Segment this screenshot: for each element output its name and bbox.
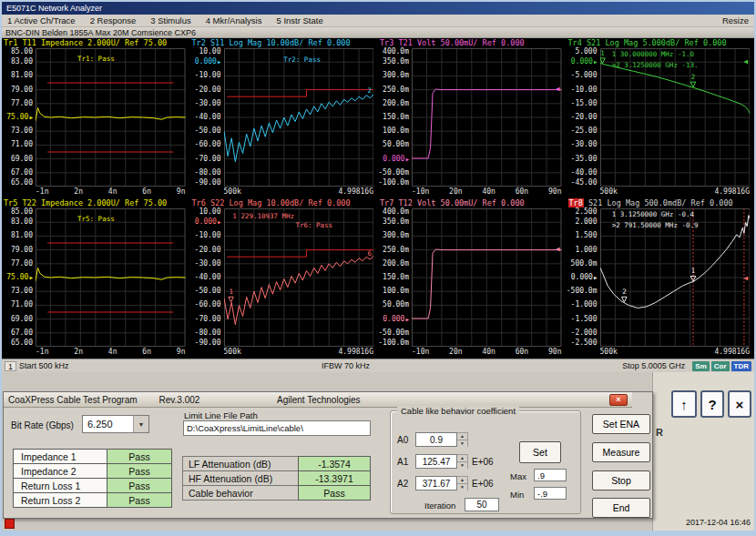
trace-plot [36,208,186,347]
y-axis-label: -100.0m [378,179,409,187]
help-button[interactable]: ? [700,390,724,418]
menu-item-active-ch-trace[interactable]: 1 Active Ch/Trace [7,15,76,25]
end-button[interactable]: End [592,498,650,518]
table-row: Impedance 2 Pass [13,463,172,479]
y-axis-label: -30.00 [195,260,221,268]
x-axis-label: 20n [449,187,462,197]
stop-frequency: Stop 5.0005 GHz [622,361,685,370]
spin-up-icon[interactable]: ▲ [457,477,467,484]
spin-down-icon[interactable]: ▼ [457,484,467,490]
y-axis-label: 79.00 [11,86,33,94]
macro-run-indicator[interactable] [5,519,15,529]
a1-spinner[interactable]: 125.47 ▲▼ [415,454,468,469]
y-axis-label: -500.0m [567,288,598,295]
a2-suffix: E+06 [472,479,494,489]
spin-down-icon[interactable]: ▼ [457,462,467,469]
channel-title: BNC-DIN Belden 1855A Max 20M Comsience C… [5,28,196,37]
dropdown-icon[interactable]: ▼ [133,416,148,432]
y-axis-label: -2.500 [571,339,598,347]
spin-up-icon[interactable]: ▲ [457,455,467,462]
x-axis-label: 4n [108,187,117,197]
e5071c-screen: E5071C Network Analyzer 1 Active Ch/Trac… [0,0,756,536]
iteration-input[interactable]: 50 [465,498,499,511]
x-axis-label: 2n [74,347,83,357]
y-axis-label: 65.00 [11,339,33,347]
x-axis-label: -1n [36,187,48,197]
y-axis-label: -60.00 [195,301,221,308]
set-ena-button[interactable]: Set ENA [592,414,650,434]
result-status-badge: Pass [107,463,172,479]
graph-panel-tr4[interactable]: Tr4 S21 Log Mag 5.000dB/ Ref 0.0005.0000… [567,38,755,198]
menu-item-response[interactable]: 2 Response [90,15,137,25]
dialog-close-button[interactable]: × [609,394,628,406]
plot-annotation: Tr1: Pass [77,56,115,63]
channel-number: 1 [5,361,16,371]
y-axis-labels: 400.0m350.0m300.0m250.0m200.0m150.0m100.… [378,48,412,187]
x-axis-label: 60n [516,187,528,197]
limit-path-input[interactable]: D:\CoaXpress\LimitLine\cable\ [183,420,371,436]
menu-item-resize[interactable]: Resize [722,15,749,25]
plot-area: 211 3.1250000 GHz -0.4>2 791.50000 MHz -… [600,208,751,347]
y-axis-label: -10.00 [195,232,221,239]
a1-value: 125.47 [415,454,457,469]
x-axis-label: 6n [142,187,151,197]
y-axis-label: -35.00 [571,156,598,163]
plot-body: 10.000.000▶-10.00-20.00-30.00-40.00-50.0… [190,48,379,187]
graph-panel-tr3[interactable]: Tr3 T21 Volt 50.00mU/ Ref 0.000400.0m350… [378,38,567,198]
dialog-brand: Agilent Technologies [277,395,361,405]
graph-panel-tr5[interactable]: Tr5 T22 Impedance 2.000U/ Ref 75.0085.00… [2,198,190,359]
x-axis-label: 4.99816G [714,347,750,357]
set-button[interactable]: Set [519,441,561,463]
y-axis-label: -100.0m [378,339,409,347]
measure-label: HF Attenuation (dB) [182,470,299,486]
dialog-titlebar[interactable]: CoaXPress Cable Test Program Rev.3.002 A… [4,392,632,408]
x-axis-label: 90n [548,187,561,197]
y-axis-label: 150.0m [383,274,409,281]
y-axis-label: 5.000 [575,48,597,56]
y-axis-labels: 10.000.000▶-10.00-20.00-30.00-40.00-50.0… [190,208,224,347]
spin-up-icon[interactable]: ▲ [457,433,467,440]
graph-panel-tr2[interactable]: Tr2 S11 Log Mag 10.00dB/ Ref 0.00010.000… [190,38,379,198]
stop-button[interactable]: Stop [592,470,650,490]
y-axis-label: -90.00 [195,339,221,347]
measure-value: Pass [298,485,371,501]
arrange-window-button[interactable]: ↑ [671,390,697,418]
menu-item-stimulus[interactable]: 3 Stimulus [150,15,190,25]
start-frequency: Start 500 kHz [19,361,69,370]
bit-rate-select[interactable]: 6.250 ▼ [82,415,149,433]
y-axis-label: -70.00 [195,316,221,323]
max-input[interactable]: .9 [534,469,567,481]
graph-panel-tr8[interactable]: Tr8 S21 Log Mag 500.0mdB/ Ref 0.0002.500… [567,198,755,359]
y-axis-labels: 400.0m350.0m300.0m250.0m200.0m150.0m100.… [378,208,412,347]
status-badge-sm: Sm [692,361,709,371]
spin-down-icon[interactable]: ▼ [457,440,467,447]
y-axis-label: 100.0m [383,288,409,295]
coefficient-row-a0: A0 0.9 ▲▼ [397,432,472,447]
y-axis-label: 81.00 [11,72,33,79]
close-app-button[interactable]: × [728,390,751,418]
menu-item-mkr-analysis[interactable]: 4 Mkr/Analysis [206,15,262,25]
bit-rate-value: 6.250 [83,416,133,432]
plot-area: ◀ [412,48,562,187]
measure-button[interactable]: Measure [592,442,650,462]
y-axis-label: -60.00 [195,141,221,148]
a2-spinner[interactable]: 371.67 ▲▼ [415,476,468,490]
x-axis-labels: 500k4.99816G [600,187,751,197]
a0-spinner[interactable]: 0.9 ▲▼ [415,432,468,447]
plot-area: ◀ [412,208,562,347]
y-axis-label: -30.00 [195,100,221,107]
min-input[interactable]: -.9 [534,487,567,500]
menu-item-instr-state[interactable]: 5 Instr State [276,15,322,25]
graph-panel-tr6[interactable]: Tr6 S22 Log Mag 10.00dB/ Ref 0.00010.000… [190,198,379,359]
result-table: Impedance 1 Pass Impedance 2 Pass Return… [13,449,172,508]
graph-panel-tr7[interactable]: Tr7 T12 Volt 50.00mU/ Ref 0.000400.0m350… [378,198,567,359]
marker-label: 1 [691,268,696,275]
result-label: Impedance 1 [13,449,107,464]
a1-suffix: E+06 [472,457,494,467]
y-axis-label: -50.00 [195,288,221,295]
y-axis-label: 300.0m [383,232,409,239]
y-axis-label: -20.00 [195,86,221,94]
y-axis-label: 65.00 [11,179,33,187]
graph-panel-tr1[interactable]: Tr1 T11 Impedance 2.000U/ Ref 75.0085.00… [2,38,190,198]
y-axis-label: -15.00 [571,100,598,107]
